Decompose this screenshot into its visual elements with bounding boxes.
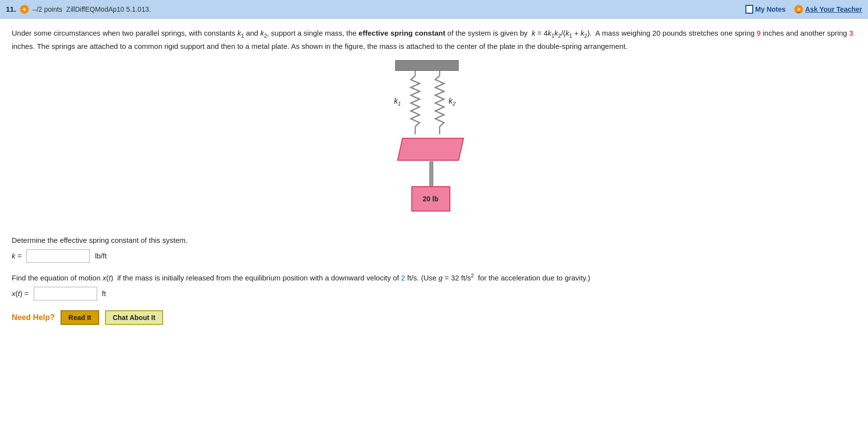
chat-about-it-button[interactable]: Chat About It [105,310,163,325]
equation-section: Find the equation of motion x(t) if the … [12,273,856,300]
my-notes-label: My Notes [755,5,785,13]
problem-id: ZillDiffEQModAp10 5.1.013. [66,5,151,13]
plate [388,136,473,163]
determine-section: Determine the effective spring constant … [12,236,856,263]
spring-figure: k1 k2 20 lb [381,60,488,226]
problem-text: Under some circumstances when two parall… [12,27,856,52]
k-input-row: k = lb/ft [12,249,856,263]
value-9: 9 [757,29,761,37]
content-area: Under some circumstances when two parall… [0,19,868,335]
ask-teacher-plus-icon: + [794,5,803,14]
read-it-button[interactable]: Read It [61,310,99,325]
rod [429,161,433,188]
k-answer-input[interactable] [26,249,90,263]
determine-text: Determine the effective spring constant … [12,236,856,244]
my-notes-button[interactable]: My Notes [745,5,785,14]
header-left: 11. + –/2 points ZillDiffEQModAp10 5.1.0… [6,5,745,14]
xt-unit-label: ft [102,289,106,298]
document-icon [745,5,753,14]
k-equals-label: k = [12,252,21,260]
question-number: 11. [6,5,16,13]
value-2: 2 [401,274,405,282]
spring-right [433,71,446,134]
points-text: –/2 points [33,5,63,13]
header-right: My Notes + Ask Your Teacher [745,5,862,14]
k2-label: k2 [449,97,456,107]
header-bar: 11. + –/2 points ZillDiffEQModAp10 5.1.0… [0,0,868,19]
value-3: 3 [849,29,853,37]
ask-teacher-button[interactable]: + Ask Your Teacher [794,5,862,14]
mass-block: 20 lb [411,186,450,212]
xt-answer-input[interactable] [34,287,97,300]
equation-text: Find the equation of motion x(t) if the … [12,273,856,282]
figure-container: k1 k2 20 lb [12,60,856,226]
need-help-row: Need Help? Read It Chat About It [12,310,856,325]
xt-input-row: x(t) = ft [12,287,856,300]
need-help-label: Need Help? [12,313,55,322]
spring-left [409,71,422,134]
k-unit-label: lb/ft [95,252,106,260]
xt-equals-label: x(t) = [12,289,29,298]
support-bar [395,60,459,71]
k1-label: k1 [394,97,401,107]
svg-marker-4 [398,138,464,160]
plus-icon: + [20,5,29,14]
ask-teacher-label: Ask Your Teacher [805,5,862,13]
